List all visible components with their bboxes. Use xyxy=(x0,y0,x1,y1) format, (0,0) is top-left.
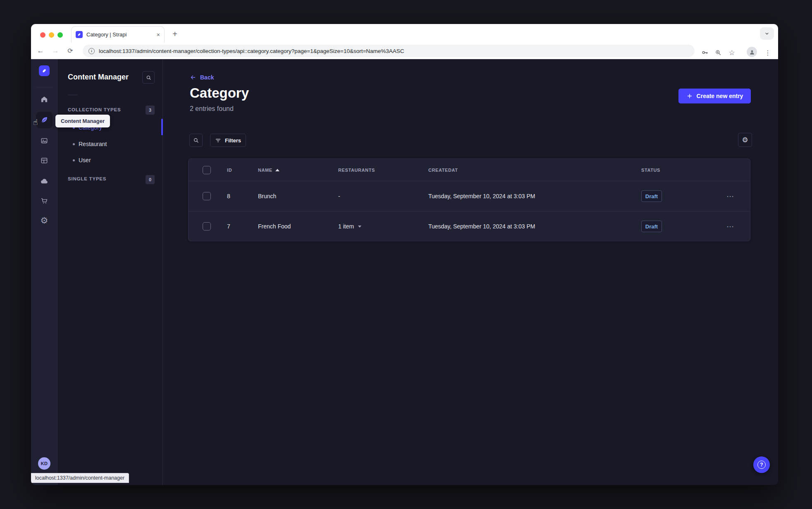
column-header-restaurants[interactable]: RESTAURANTS xyxy=(338,168,428,173)
column-label: STATUS xyxy=(641,168,660,173)
cell-name: Brunch xyxy=(258,193,338,199)
collection-types-count-badge: 3 xyxy=(146,106,155,115)
browser-tab-strip: Category | Strapi × + xyxy=(31,24,778,43)
filters-button[interactable]: Filters xyxy=(210,134,246,147)
window-controls xyxy=(40,32,63,38)
rail-divider xyxy=(36,87,53,87)
strapi-app: ☝ ⚙ KD Content Manager COLLECTION TYP xyxy=(31,59,778,485)
row-checkbox[interactable] xyxy=(203,222,211,230)
create-button-label: Create new entry xyxy=(697,93,743,99)
help-button[interactable]: ? xyxy=(753,456,770,473)
main-nav-rail: ☝ ⚙ KD xyxy=(31,59,57,485)
content-manager-subnav: Content Manager COLLECTION TYPES 3 Categ… xyxy=(57,59,163,485)
column-label: ID xyxy=(227,168,232,173)
plus-icon xyxy=(686,93,693,99)
entries-count: 2 entries found xyxy=(190,105,234,113)
hand-cursor-icon: ☝ xyxy=(33,118,38,127)
cell-name: French Food xyxy=(258,223,338,230)
question-mark-icon: ? xyxy=(757,461,766,469)
row-actions-menu[interactable]: ··· xyxy=(722,193,750,200)
cell-id: 8 xyxy=(227,193,258,199)
home-icon[interactable] xyxy=(40,95,49,104)
bullet-icon xyxy=(73,143,75,145)
browser-profile-avatar[interactable] xyxy=(747,47,757,57)
single-types-count-badge: 0 xyxy=(146,175,155,184)
person-icon xyxy=(749,49,755,55)
column-header-status[interactable]: STATUS xyxy=(641,168,722,173)
tab-close-icon[interactable]: × xyxy=(157,31,160,38)
table-search-button[interactable] xyxy=(189,134,203,147)
strapi-favicon-icon xyxy=(76,31,83,38)
fullscreen-window-button[interactable] xyxy=(57,32,63,38)
row-actions-menu[interactable]: ··· xyxy=(722,223,750,230)
cell-restaurants[interactable]: 1 item xyxy=(338,223,428,230)
column-header-name[interactable]: NAME xyxy=(258,168,338,173)
cell-createdat: Tuesday, September 10, 2024 at 3:03 PM xyxy=(428,193,641,199)
status-badge: Draft xyxy=(641,221,662,232)
subnav-item-restaurant[interactable]: Restaurant xyxy=(57,136,163,152)
content-type-builder-icon[interactable] xyxy=(40,156,49,165)
browser-reload-button[interactable]: ⟳ xyxy=(65,47,76,55)
gear-icon: ⚙ xyxy=(742,136,748,144)
tab-title: Category | Strapi xyxy=(86,31,153,38)
media-library-icon[interactable] xyxy=(40,136,49,145)
address-bar[interactable]: i localhost:1337/admin/content-manager/c… xyxy=(83,45,695,57)
arrow-left-icon xyxy=(190,74,196,81)
feather-icon xyxy=(40,116,48,124)
cell-createdat: Tuesday, September 10, 2024 at 3:03 PM xyxy=(428,223,641,230)
back-link[interactable]: Back xyxy=(190,74,214,81)
back-label: Back xyxy=(200,74,214,81)
url-text: localhost:1337/admin/content-manager/col… xyxy=(99,48,404,54)
content-manager-nav-button[interactable] xyxy=(36,112,53,128)
select-all-checkbox[interactable] xyxy=(203,166,211,174)
table-header-row: ID NAME RESTAURANTS CREATEDAT STATUS xyxy=(189,159,750,181)
column-label: NAME xyxy=(258,168,272,173)
column-header-createdat[interactable]: CREATEDAT xyxy=(428,168,641,173)
sort-ascending-icon[interactable] xyxy=(275,169,279,171)
row-checkbox[interactable] xyxy=(203,192,211,200)
subnav-item-label: Restaurant xyxy=(79,141,107,147)
status-badge: Draft xyxy=(641,190,662,202)
site-info-icon[interactable]: i xyxy=(88,48,95,54)
content-manager-tooltip: Content Manager xyxy=(55,115,110,127)
strapi-logo[interactable] xyxy=(39,65,50,76)
table-row[interactable]: 8 Brunch - Tuesday, September 10, 2024 a… xyxy=(189,181,750,211)
browser-window: Category | Strapi × + ← → ⟳ i localhost:… xyxy=(31,24,778,485)
browser-tab[interactable]: Category | Strapi × xyxy=(71,26,165,43)
browser-forward-button[interactable]: → xyxy=(50,47,61,55)
subnav-item-label: User xyxy=(79,157,91,163)
browser-back-button[interactable]: ← xyxy=(35,47,46,55)
new-tab-button[interactable]: + xyxy=(169,28,181,40)
column-header-id[interactable]: ID xyxy=(227,168,258,173)
column-label: CREATEDAT xyxy=(428,168,458,173)
search-icon xyxy=(146,74,152,81)
bookmark-star-icon[interactable]: ☆ xyxy=(727,48,737,58)
subnav-divider xyxy=(68,95,78,95)
main-content: Back Category 2 entries found Create new… xyxy=(163,59,778,485)
relation-count: 1 item xyxy=(338,223,354,230)
subnav-item-user[interactable]: User xyxy=(57,152,163,168)
password-manager-icon[interactable] xyxy=(700,48,710,58)
table-row[interactable]: 7 French Food 1 item Tuesday, September … xyxy=(189,211,750,241)
minimize-window-button[interactable] xyxy=(49,32,54,38)
table-settings-button[interactable]: ⚙ xyxy=(738,133,752,147)
close-window-button[interactable] xyxy=(40,32,45,38)
create-new-entry-button[interactable]: Create new entry xyxy=(678,89,751,103)
search-icon xyxy=(193,137,199,144)
filters-label: Filters xyxy=(225,137,241,144)
column-label: RESTAURANTS xyxy=(338,168,375,173)
cloud-icon[interactable] xyxy=(40,176,49,185)
settings-gear-icon[interactable]: ⚙ xyxy=(40,216,49,225)
user-avatar[interactable]: KD xyxy=(38,457,50,470)
subnav-search-button[interactable] xyxy=(142,71,155,84)
entries-table: ID NAME RESTAURANTS CREATEDAT STATUS 8 B… xyxy=(188,158,750,241)
browser-menu-icon[interactable]: ⋮ xyxy=(763,48,773,58)
page-title: Category xyxy=(190,85,249,101)
chevron-down-icon xyxy=(764,31,770,36)
marketplace-cart-icon[interactable] xyxy=(40,196,49,205)
tab-search-button[interactable] xyxy=(760,27,774,40)
zoom-page-icon[interactable] xyxy=(713,48,723,58)
cell-restaurants: - xyxy=(338,193,428,199)
status-bubble: localhost:1337/admin/content-manager xyxy=(31,473,129,483)
single-types-label: SINGLE TYPES xyxy=(68,176,106,181)
